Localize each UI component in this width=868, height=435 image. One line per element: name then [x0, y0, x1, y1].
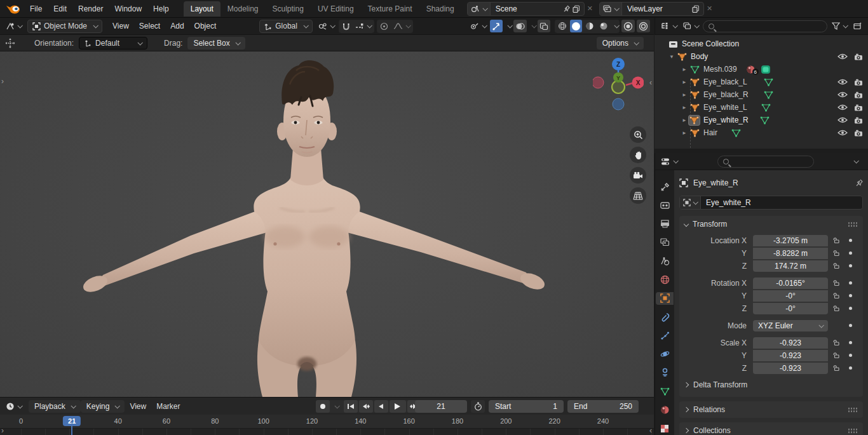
animate-property-dot[interactable]: [849, 264, 852, 267]
panel-drag-grip[interactable]: [848, 407, 858, 413]
animate-property-dot[interactable]: [849, 354, 852, 357]
relations-panel[interactable]: Relations: [679, 401, 863, 418]
outliner-label[interactable]: Body: [691, 52, 708, 61]
tab-output[interactable]: [656, 218, 674, 231]
rotation-mode-dropdown[interactable]: XYZ Euler: [753, 320, 828, 331]
collapse-triangle-icon[interactable]: ►: [681, 117, 688, 123]
tab-scene[interactable]: [656, 255, 674, 267]
viewport-menu-add[interactable]: Add: [165, 22, 189, 30]
collapse-triangle-icon[interactable]: ►: [681, 67, 688, 72]
show-overlays-button[interactable]: [513, 20, 527, 32]
timeline-channels[interactable]: [0, 429, 654, 435]
hide-viewport-eye-icon[interactable]: [837, 117, 848, 123]
tab-texture[interactable]: [656, 422, 674, 435]
menu-render[interactable]: Render: [72, 4, 109, 13]
timeline-body[interactable]: 0406080100120140160180200220240 21 › ‹: [0, 415, 654, 435]
lock-icon[interactable]: [833, 365, 840, 371]
outliner-search[interactable]: [703, 20, 827, 32]
shading-dropdown-chevron[interactable]: [614, 23, 619, 28]
workspace-tab-layout[interactable]: Layout: [184, 1, 220, 17]
transform-orientation-selector[interactable]: Global: [259, 20, 313, 33]
lock-icon[interactable]: [833, 339, 840, 346]
orientation-dropdown[interactable]: Default: [79, 37, 147, 50]
tab-tool[interactable]: [656, 180, 674, 193]
outliner-label[interactable]: Mesh.039: [703, 65, 737, 74]
collections-panel[interactable]: Collections: [679, 422, 863, 435]
jump-to-start-button[interactable]: [344, 400, 358, 413]
menu-edit[interactable]: Edit: [48, 4, 72, 13]
tab-material[interactable]: [656, 403, 674, 416]
scale-x-field[interactable]: -0.923: [753, 337, 828, 349]
outliner-label-active[interactable]: Eye_white_R: [703, 116, 749, 124]
timeline-right-expand-arrow[interactable]: ‹: [649, 426, 652, 435]
mode-selector[interactable]: Object Mode: [27, 20, 102, 33]
transform-panel-header[interactable]: Transform: [684, 220, 858, 229]
viewport-menu-object[interactable]: Object: [189, 22, 222, 30]
snap-toggle-button[interactable]: [340, 20, 352, 32]
animate-property-dot[interactable]: [849, 341, 852, 344]
disable-render-camera-icon[interactable]: [854, 53, 863, 60]
tab-constraints[interactable]: [656, 366, 674, 379]
view-layer-remove-button[interactable]: ✕: [704, 4, 715, 13]
options-button[interactable]: Options: [597, 37, 644, 50]
view-navigation-gizmo[interactable]: Y Z X: [593, 57, 644, 120]
animate-property-dot[interactable]: [849, 251, 852, 255]
animate-property-dot[interactable]: [849, 307, 852, 310]
show-gizmo-button[interactable]: [490, 20, 503, 32]
proportional-edit-button[interactable]: [378, 20, 390, 32]
tab-render[interactable]: [656, 199, 674, 211]
lock-icon[interactable]: [833, 250, 840, 257]
workspace-tab-animation[interactable]: Animation: [461, 1, 463, 17]
disable-render-camera-icon[interactable]: [854, 117, 863, 124]
gizmo-x-neg-axis[interactable]: [593, 77, 604, 88]
shading-rendered-button[interactable]: [597, 20, 610, 32]
outliner-row-scene-collection[interactable]: Scene Collection: [654, 37, 868, 50]
new-view-layer-icon[interactable]: [692, 5, 700, 13]
disable-render-camera-icon[interactable]: [854, 79, 863, 86]
pivot-point-button[interactable]: [316, 20, 336, 32]
pan-button[interactable]: [630, 147, 646, 163]
view-layer-browse-button[interactable]: [600, 3, 622, 15]
scene-browse-button[interactable]: [468, 3, 491, 15]
lock-icon[interactable]: [833, 352, 840, 359]
scene-unlink-button[interactable]: ✕: [585, 4, 595, 13]
outliner-label[interactable]: Scene Collection: [682, 39, 739, 48]
overlays-dropdown-chevron[interactable]: [531, 23, 536, 28]
outliner-row-eye-white-l[interactable]: ► Eye_white_L: [654, 101, 868, 114]
breadcrumb-object-name[interactable]: Eye_white_R: [693, 178, 738, 187]
material-data-icon[interactable]: [761, 65, 771, 74]
hide-viewport-eye-icon[interactable]: [837, 91, 848, 98]
auto-keying-button[interactable]: [316, 400, 330, 413]
timeline-menu-marker[interactable]: Marker: [151, 402, 185, 411]
editor-type-button[interactable]: [4, 20, 24, 32]
current-frame-field[interactable]: 21: [415, 400, 467, 413]
hide-viewport-eye-icon[interactable]: [837, 53, 848, 60]
menu-window[interactable]: Window: [109, 4, 147, 13]
play-button[interactable]: [390, 400, 406, 413]
workspace-tab-sculpting[interactable]: Sculpting: [266, 1, 311, 17]
scene-name[interactable]: Scene: [491, 4, 559, 13]
outliner-filter-button[interactable]: [830, 20, 849, 32]
shading-solid-button[interactable]: [570, 20, 582, 32]
snap-target-button[interactable]: [353, 20, 373, 32]
location-z-field[interactable]: 174.72 m: [753, 260, 828, 272]
lock-icon[interactable]: [833, 305, 840, 312]
collapse-triangle-icon[interactable]: ►: [681, 79, 688, 85]
viewport-render-toggle-a[interactable]: [621, 20, 635, 32]
lock-icon[interactable]: [833, 279, 840, 286]
panel-drag-grip[interactable]: [848, 222, 858, 227]
outliner-row-body[interactable]: ▼ Body: [654, 50, 868, 63]
lock-icon[interactable]: [833, 262, 840, 269]
delta-transform-subpanel[interactable]: Delta Transform: [684, 378, 858, 392]
disable-render-camera-icon[interactable]: [854, 130, 863, 137]
viewport-menu-view[interactable]: View: [107, 22, 134, 30]
outliner-label[interactable]: Eye_white_L: [703, 103, 747, 112]
outliner-label[interactable]: Eye_black_L: [703, 77, 747, 86]
timeline-left-expand-arrow[interactable]: ›: [1, 426, 4, 435]
tab-modifiers[interactable]: [656, 311, 674, 323]
lock-icon[interactable]: [833, 292, 840, 299]
pin-icon[interactable]: [563, 5, 570, 13]
rotation-x-field[interactable]: -0.0165°: [753, 278, 828, 289]
pin-icon[interactable]: [855, 179, 863, 187]
animate-property-dot[interactable]: [849, 294, 852, 297]
